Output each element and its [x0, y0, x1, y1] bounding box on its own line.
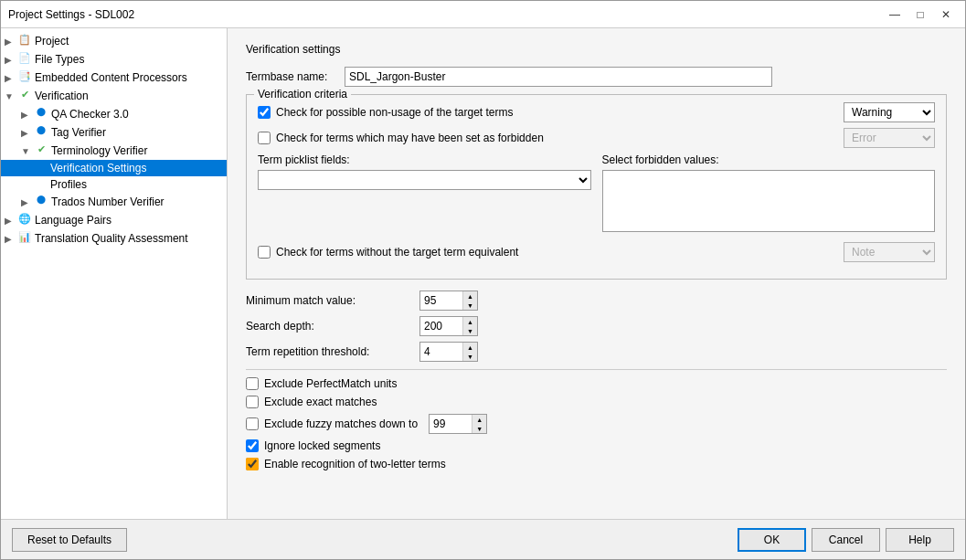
group-label: Verification criteria: [254, 88, 351, 100]
check2-label: Check for terms which may have been set …: [276, 132, 844, 144]
verification-criteria-group: Verification criteria Check for possible…: [246, 94, 947, 280]
check3-severity-dropdown[interactable]: Warning Error Note: [844, 242, 935, 262]
exclude-exact-checkbox[interactable]: [246, 396, 259, 408]
sidebar-item-verification-settings[interactable]: Verification Settings: [1, 160, 227, 176]
sidebar-label-trados: Trados Number Verifier: [51, 195, 165, 208]
sidebar-item-tag-verifier[interactable]: ▶ ⬤ Tag Verifier: [1, 123, 227, 142]
tree-arrow-terminology: ▼: [21, 146, 34, 156]
check3-checkbox[interactable]: [258, 246, 271, 259]
bottom-right-buttons: OK Cancel Help: [738, 528, 954, 552]
termbase-row: Termbase name:: [246, 67, 947, 87]
fuzzy-value-input[interactable]: [430, 415, 472, 433]
min-match-down[interactable]: ▼: [463, 301, 477, 310]
lang-icon: 🌐: [17, 213, 32, 227]
sidebar-item-trados-number[interactable]: ▶ ⬤ Trados Number Verifier: [1, 193, 227, 211]
search-depth-input-wrap: ▲ ▼: [419, 316, 478, 336]
window-title: Project Settings - SDL002: [8, 8, 134, 21]
sidebar-item-profiles[interactable]: Profiles: [1, 176, 227, 193]
term-repetition-input[interactable]: [420, 343, 462, 361]
tree-arrow-qa: ▶: [21, 110, 34, 120]
tree-arrow-lang: ▶: [5, 216, 17, 226]
fuzzy-spinner: ▲ ▼: [472, 415, 486, 433]
term-picklist-dropdown[interactable]: [258, 170, 591, 190]
check1-label: Check for possible non-usage of the targ…: [276, 106, 844, 119]
term-repetition-input-wrap: ▲ ▼: [419, 342, 478, 362]
main-panel: Verification settings Termbase name: Ver…: [228, 28, 965, 519]
sidebar-item-tqa[interactable]: ▶ 📊 Translation Quality Assessment: [1, 229, 227, 248]
sidebar-label-verification: Verification: [35, 90, 89, 102]
term-repetition-spinner: ▲ ▼: [462, 343, 477, 361]
tree-arrow-verification: ▼: [5, 91, 17, 101]
min-match-input[interactable]: [420, 291, 462, 310]
ok-button[interactable]: OK: [738, 528, 806, 552]
sidebar-label-profiles: Profiles: [50, 178, 87, 191]
check3-label: Check for terms without the target term …: [276, 246, 844, 259]
enable-recognition-row: Enable recognition of two-letter terms: [246, 458, 947, 470]
exclude-perfectmatch-label: Exclude PerfectMatch units: [264, 377, 947, 390]
tree-arrow-trados: ▶: [21, 197, 34, 207]
bottom-bar: Reset to Defaults OK Cancel Help: [1, 519, 965, 559]
title-bar-controls: — □ ✕: [883, 5, 958, 24]
term-repetition-down[interactable]: ▼: [463, 352, 477, 361]
maximize-button[interactable]: □: [908, 5, 932, 24]
exclude-perfectmatch-checkbox[interactable]: [246, 377, 259, 390]
picklist-term-col: Term picklist fields:: [258, 153, 591, 235]
title-bar-left: Project Settings - SDL002: [8, 8, 134, 21]
exclude-exact-row: Exclude exact matches: [246, 396, 947, 408]
exclude-fuzzy-checkbox[interactable]: [246, 417, 259, 430]
sidebar-item-verification[interactable]: ▼ ✔ Verification: [1, 87, 227, 105]
help-button[interactable]: Help: [886, 528, 954, 552]
sidebar-label-lang: Language Pairs: [35, 214, 111, 227]
tag-icon: ⬤: [34, 125, 48, 140]
check2-checkbox[interactable]: [258, 132, 271, 144]
sidebar-label-tqa: Translation Quality Assessment: [35, 232, 188, 245]
search-depth-up[interactable]: ▲: [463, 317, 477, 326]
sidebar-label-terminology: Terminology Verifier: [51, 144, 147, 157]
close-button[interactable]: ✕: [934, 5, 958, 24]
check3-row: Check for terms without the target term …: [258, 242, 935, 262]
ignore-locked-label: Ignore locked segments: [264, 439, 947, 452]
sidebar-item-project[interactable]: ▶ 📋 Project: [1, 32, 227, 50]
file-types-icon: 📄: [17, 52, 32, 67]
embedded-icon: 📑: [17, 70, 32, 85]
reset-defaults-button[interactable]: Reset to Defaults: [12, 528, 127, 552]
check1-row: Check for possible non-usage of the targ…: [258, 102, 935, 122]
term-repetition-row: Term repetition threshold: ▲ ▼: [246, 342, 947, 362]
forbidden-values-textarea[interactable]: [602, 170, 936, 232]
sidebar-label-file-types: File Types: [35, 53, 84, 66]
search-depth-down[interactable]: ▼: [463, 326, 477, 335]
sidebar: ▶ 📋 Project ▶ 📄 File Types ▶ 📑 Embedded …: [1, 28, 228, 519]
tree-arrow-file-types: ▶: [5, 55, 17, 65]
check1-checkbox[interactable]: [258, 106, 271, 119]
tree-arrow-tag: ▶: [21, 128, 34, 138]
sidebar-item-file-types[interactable]: ▶ 📄 File Types: [1, 50, 227, 69]
trados-icon: ⬤: [34, 195, 48, 209]
fuzzy-input-wrap: ▲ ▼: [429, 414, 487, 434]
term-repetition-up[interactable]: ▲: [463, 343, 477, 352]
enable-recognition-checkbox[interactable]: [246, 458, 259, 470]
fuzzy-down[interactable]: ▼: [472, 424, 486, 433]
exclude-fuzzy-row: Exclude fuzzy matches down to ▲ ▼: [246, 414, 947, 434]
qa-icon: ⬤: [34, 107, 48, 122]
project-icon: 📋: [17, 34, 32, 48]
minimize-button[interactable]: —: [883, 5, 907, 24]
sidebar-item-terminology[interactable]: ▼ ✔ Terminology Verifier: [1, 142, 227, 160]
search-depth-input[interactable]: [420, 317, 462, 335]
fuzzy-up[interactable]: ▲: [472, 415, 486, 424]
picklist-forbidden-label: Select forbidden values:: [602, 153, 936, 166]
cancel-button[interactable]: Cancel: [812, 528, 880, 552]
check2-severity-dropdown[interactable]: Warning Error Note: [844, 128, 935, 148]
picklist-forbidden-col: Select forbidden values:: [602, 153, 936, 235]
terminology-icon: ✔: [34, 143, 48, 158]
search-depth-label: Search depth:: [246, 320, 419, 333]
ignore-locked-checkbox[interactable]: [246, 439, 259, 452]
search-depth-row: Search depth: ▲ ▼: [246, 316, 947, 336]
main-window: Project Settings - SDL002 — □ ✕ ▶ 📋 Proj…: [0, 0, 966, 560]
check1-severity-dropdown[interactable]: Warning Error Note: [844, 102, 935, 122]
sidebar-item-embedded-content[interactable]: ▶ 📑 Embedded Content Processors: [1, 69, 227, 87]
sidebar-item-language-pairs[interactable]: ▶ 🌐 Language Pairs: [1, 211, 227, 229]
termbase-input[interactable]: [345, 67, 772, 87]
panel-title: Verification settings: [246, 43, 947, 56]
min-match-up[interactable]: ▲: [463, 291, 477, 301]
sidebar-item-qa-checker[interactable]: ▶ ⬤ QA Checker 3.0: [1, 105, 227, 123]
